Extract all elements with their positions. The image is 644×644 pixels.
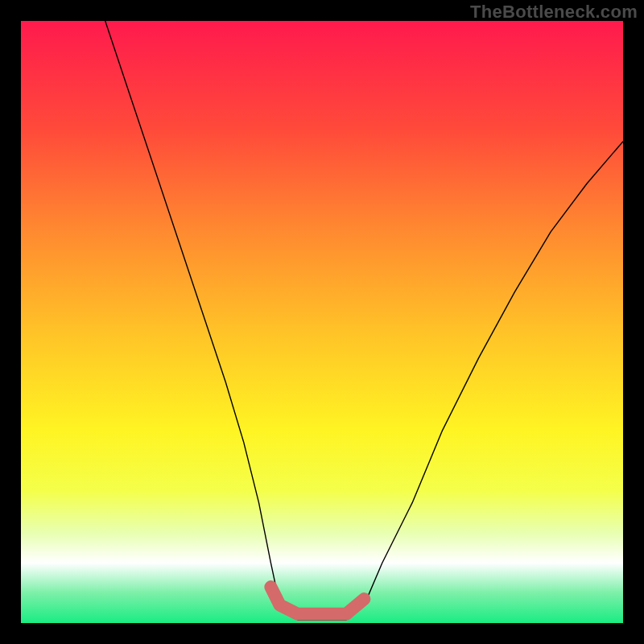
chart-frame: TheBottleneck.com [0,0,644,644]
curve-layer [21,21,623,623]
bottleneck-highlight [270,587,364,614]
bottleneck-curve [105,21,623,620]
watermark-text: TheBottleneck.com [470,2,638,23]
plot-gradient-background [21,21,623,623]
